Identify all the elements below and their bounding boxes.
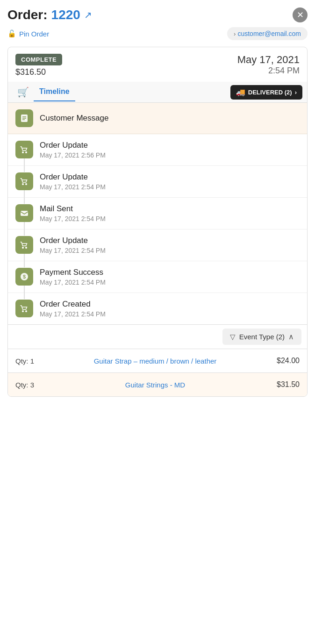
item-price-0: $24.00 [272,357,300,365]
timeline-event-4: Payment Success [40,268,106,277]
timeline-item-3: Order Update May 17, 2021 2:54 PM [8,229,307,261]
order-amount: $316.50 [15,67,62,77]
timeline-event-2: Mail Sent [40,204,106,214]
svg-point-6 [22,183,24,185]
status-badge: COMPLETE [15,54,62,65]
customer-email: customer@email.com [237,30,301,37]
order-card-right: May 17, 2021 2:54 PM [237,54,300,76]
page-container: Order: 1220 ↗ ✕ 🔓 Pin Order › customer@e… [0,0,315,644]
close-icon: ✕ [297,10,304,20]
chevron-up-icon: ∧ [288,332,294,341]
filter-bar: ▽ Event Type (2) ∧ [8,324,307,349]
order-item-0: Qty: 1 Guitar Strap – medium / brown / l… [8,349,307,372]
svg-point-7 [25,183,27,185]
timeline-text-1: Order Update May 17, 2021 2:54 PM [40,172,106,191]
timeline-text-3: Order Update May 17, 2021 2:54 PM [40,236,106,254]
order-item-1: Qty: 3 Guitar Strings - MD $31.50 [8,372,307,396]
filter-icon: ▽ [230,333,236,341]
timeline-icon-2 [15,204,33,222]
tabs-left: 🛒 Timeline [13,82,75,102]
order-card-left: COMPLETE $316.50 [15,54,62,77]
order-items: Qty: 1 Guitar Strap – medium / brown / l… [8,349,307,396]
item-name-1[interactable]: Guitar Strings - MD [44,381,266,389]
order-number[interactable]: 1220 [51,7,80,22]
svg-point-10 [25,247,27,249]
order-card: COMPLETE $316.50 May 17, 2021 2:54 PM 🛒 … [7,47,308,397]
truck-icon: 🚚 [236,88,245,97]
customer-message-label: Customer Message [40,114,108,123]
timeline-item-5: Order Created May 17, 2021 2:54 PM [8,293,307,324]
timeline-event-5: Order Created [40,300,106,309]
sub-header: 🔓 Pin Order › customer@email.com [7,27,308,40]
item-qty-1: Qty: 3 [15,381,39,389]
customer-message-icon [15,109,33,127]
svg-point-4 [22,151,24,153]
svg-point-13 [22,310,24,312]
timeline-item-4: $ Payment Success May 17, 2021 2:54 PM [8,261,307,293]
order-label: Order: [7,7,48,22]
external-link-icon[interactable]: ↗ [84,9,92,21]
timeline-date-3: May 17, 2021 2:54 PM [40,247,106,254]
email-badge[interactable]: › customer@email.com [227,27,308,40]
item-price-1: $31.50 [272,380,300,389]
svg-point-9 [22,247,24,249]
timeline-item-1: Order Update May 17, 2021 2:54 PM [8,166,307,198]
timeline-date-1: May 17, 2021 2:54 PM [40,183,106,191]
close-button[interactable]: ✕ [293,7,308,22]
timeline-tab[interactable]: Timeline [34,83,75,101]
svg-rect-8 [21,211,28,216]
timeline-icon-4: $ [15,268,33,286]
order-card-header: COMPLETE $316.50 May 17, 2021 2:54 PM [8,47,307,82]
timeline-text-0: Order Update May 17, 2021 2:56 PM [40,141,106,159]
timeline-text-2: Mail Sent May 17, 2021 2:54 PM [40,204,106,222]
timeline-item-2: Mail Sent May 17, 2021 2:54 PM [8,198,307,229]
timeline-text-4: Payment Success May 17, 2021 2:54 PM [40,268,106,286]
timeline-container[interactable]: Customer Message Order Update May 17, 20… [8,103,307,324]
header: Order: 1220 ↗ ✕ [7,7,308,22]
timeline-icon-3 [15,236,33,254]
header-left: Order: 1220 ↗ [7,7,92,22]
timeline-icon-0 [15,141,33,158]
timeline-icon-5 [15,300,33,317]
svg-point-5 [25,151,27,153]
timeline-event-1: Order Update [40,172,106,182]
timeline-date-5: May 17, 2021 2:54 PM [40,310,106,318]
timeline-text-5: Order Created May 17, 2021 2:54 PM [40,300,106,318]
customer-message-item[interactable]: Customer Message [8,103,307,134]
cart-tab-icon[interactable]: 🛒 [13,82,34,102]
timeline-icon-1 [15,172,33,190]
item-qty-0: Qty: 1 [15,357,39,365]
timeline-date-0: May 17, 2021 2:56 PM [40,151,106,159]
timeline-event-0: Order Update [40,141,106,150]
chevron-right-icon: › [234,30,236,37]
svg-text:$: $ [23,274,26,279]
order-time: 2:54 PM [237,66,300,76]
filter-label: Event Type (2) [239,333,285,341]
svg-point-14 [25,310,27,312]
chevron-right-delivered: › [295,89,297,96]
order-date: May 17, 2021 [237,54,300,66]
pin-order-button[interactable]: 🔓 Pin Order [7,29,49,38]
pin-order-label: Pin Order [19,30,49,38]
tabs-row: 🛒 Timeline 🚚 DELIVERED (2) › [8,82,307,103]
event-type-filter-button[interactable]: ▽ Event Type (2) ∧ [222,329,301,345]
delivered-badge[interactable]: 🚚 DELIVERED (2) › [230,85,302,100]
timeline-date-4: May 17, 2021 2:54 PM [40,279,106,286]
item-name-0[interactable]: Guitar Strap – medium / brown / leather [44,357,266,365]
timeline-item-0: Order Update May 17, 2021 2:56 PM [8,134,307,166]
timeline-date-2: May 17, 2021 2:54 PM [40,215,106,222]
delivered-label: DELIVERED (2) [248,89,292,96]
lock-icon: 🔓 [7,29,16,38]
timeline-event-3: Order Update [40,236,106,245]
